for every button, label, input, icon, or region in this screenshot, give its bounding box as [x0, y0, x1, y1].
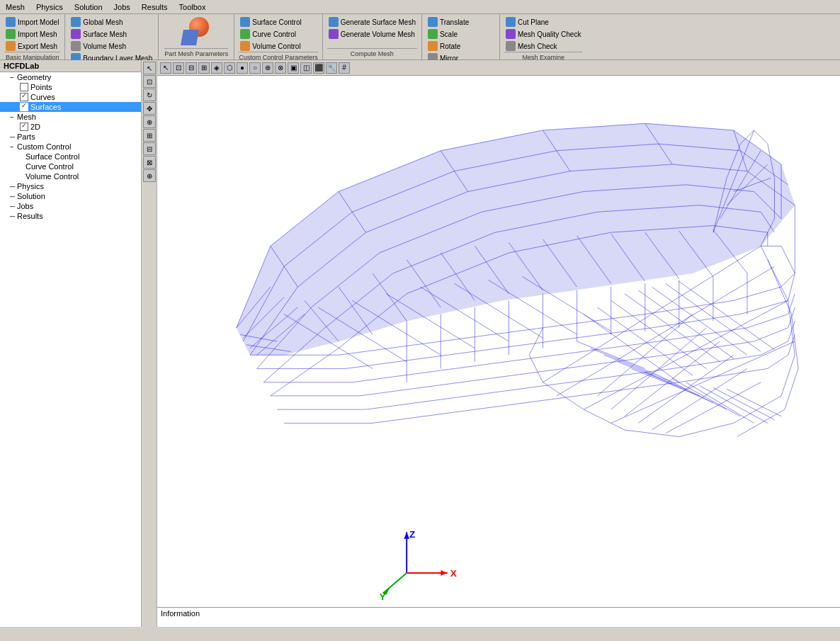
volume-control-button[interactable]: Volume Control	[239, 40, 318, 52]
curves-checkbox[interactable]	[20, 93, 28, 101]
menu-mesh[interactable]: Mesh	[0, 1, 30, 13]
select-tool-button[interactable]: ↖	[143, 62, 156, 74]
tree-surface-control[interactable]: Surface Control	[0, 152, 141, 161]
solution-label: Solution	[17, 192, 45, 200]
vp-icon-10[interactable]: ⊗	[275, 62, 286, 74]
global-mesh-icon	[71, 17, 81, 27]
mesh-expand-icon[interactable]: −	[10, 113, 17, 121]
vp-icon-11[interactable]: ▣	[288, 62, 299, 74]
vp-icon-7[interactable]: ●	[237, 62, 248, 74]
2d-checkbox[interactable]	[20, 123, 28, 131]
curve-control-tree-label: Curve Control	[25, 162, 74, 171]
vp-icon-12[interactable]: ◫	[300, 62, 312, 74]
tree-curves[interactable]: Curves	[0, 92, 141, 102]
fit-button[interactable]: ⊞	[143, 129, 156, 142]
menu-physics[interactable]: Physics	[30, 1, 69, 13]
export-mesh-label: Export Mesh	[18, 42, 57, 50]
jobs-expand-icon[interactable]: ─	[10, 203, 17, 210]
vp-select-icon[interactable]: ↖	[160, 62, 171, 74]
mesh-check-button[interactable]: Mesh Check	[504, 40, 582, 52]
svg-line-59	[638, 290, 734, 358]
tree-geometry[interactable]: − Geometry	[0, 72, 141, 82]
tree-volume-control[interactable]: Volume Control	[0, 171, 141, 181]
vp-icon-8[interactable]: ○	[249, 62, 261, 74]
svg-line-57	[611, 300, 707, 368]
x-axis-label: X	[450, 568, 457, 579]
axis-widget: Z X Y	[380, 529, 457, 602]
physics-expand-icon[interactable]: ─	[10, 183, 17, 191]
menubar: Mesh Physics Solution Jobs Results Toolb…	[0, 0, 840, 14]
rotate-view-button[interactable]: ↻	[143, 89, 156, 101]
results-expand-icon[interactable]: ─	[10, 212, 17, 220]
tree-points[interactable]: Points	[0, 82, 141, 92]
curve-control-button[interactable]: Curve Control	[239, 28, 318, 40]
vp-icon-5[interactable]: ◈	[211, 62, 222, 74]
points-checkbox[interactable]	[20, 83, 28, 91]
menu-jobs[interactable]: Jobs	[108, 1, 136, 13]
part-mesh-icon[interactable]	[182, 17, 210, 45]
scale-button[interactable]: Scale	[426, 28, 495, 40]
svg-line-11	[584, 300, 788, 409]
surfaces-checkbox[interactable]	[20, 103, 28, 111]
export-mesh-button[interactable]: Export Mesh	[4, 40, 60, 52]
vp-icon-14[interactable]: 🔧	[326, 62, 337, 74]
2d-label: 2D	[30, 123, 40, 131]
vp-icon-6[interactable]: ⬡	[224, 62, 235, 74]
toolbar-mesh-examine: Cut Plane Mesh Quality Check Mesh Check …	[500, 14, 586, 59]
svg-line-58	[625, 294, 720, 362]
translate-button[interactable]: Translate	[426, 16, 495, 28]
custom-control-expand-icon[interactable]: −	[10, 143, 17, 151]
tree-physics[interactable]: ─ Physics	[0, 181, 141, 191]
vp-icon-4[interactable]: ⊞	[198, 62, 210, 74]
measure-button[interactable]: ⊟	[143, 142, 156, 155]
tree-mesh[interactable]: − Mesh	[0, 112, 141, 122]
mesh-check-icon	[506, 41, 516, 51]
import-mesh-button[interactable]: Import Mesh	[4, 28, 60, 40]
rotate-button[interactable]: Rotate	[426, 40, 495, 52]
viewport[interactable]: .mesh-line { stroke: #1111ee; stroke-wid…	[157, 76, 840, 607]
vp-icon-15[interactable]: #	[339, 62, 350, 74]
mesh-quality-button[interactable]: Mesh Quality Check	[504, 28, 582, 40]
cut-plane-label: Cut Plane	[518, 18, 549, 26]
tree-parts[interactable]: ─ Parts	[0, 132, 141, 142]
vp-icon-9[interactable]: ⊕	[262, 62, 273, 74]
svg-line-69	[659, 375, 727, 409]
vp-icon-13[interactable]: ⬛	[313, 62, 324, 74]
tree-solution[interactable]: ─ Solution	[0, 191, 141, 201]
tree-custom-control[interactable]: − Custom Control	[0, 142, 141, 152]
parts-expand-icon[interactable]: ─	[10, 133, 17, 141]
tree-curve-control[interactable]: Curve Control	[0, 161, 141, 171]
snap-button[interactable]: ⊕	[143, 169, 156, 182]
menu-toolbox[interactable]: Toolbox	[174, 1, 212, 13]
curve-control-icon	[240, 29, 250, 39]
vp-box-select-icon[interactable]: ⊡	[173, 62, 184, 74]
gen-surface-mesh-button[interactable]: Generate Surface Mesh	[327, 16, 417, 28]
tree-2d[interactable]: 2D	[0, 122, 141, 132]
surface-mesh-button[interactable]: Surface Mesh	[69, 28, 154, 40]
import-model-button[interactable]: Import Model	[4, 16, 60, 28]
volume-control-tree-label: Volume Control	[25, 172, 79, 181]
info-button[interactable]: ⊠	[143, 156, 156, 169]
geometry-expand-icon[interactable]: −	[10, 74, 17, 81]
menu-solution[interactable]: Solution	[69, 1, 108, 13]
tree-jobs[interactable]: ─ Jobs	[0, 201, 141, 211]
tree-results[interactable]: ─ Results	[0, 211, 141, 221]
points-label: Points	[30, 83, 52, 91]
vp-icon-3[interactable]: ⊟	[186, 62, 197, 74]
menu-results[interactable]: Results	[136, 1, 174, 13]
toolbar-custom-control: Surface Control Curve Control Volume Con…	[234, 14, 323, 59]
view-tool-button[interactable]: ⊡	[143, 75, 156, 88]
cut-plane-button[interactable]: Cut Plane	[504, 16, 582, 28]
svg-line-63	[577, 341, 645, 368]
volume-mesh-button[interactable]: Volume Mesh	[69, 40, 154, 52]
toolbar-basic-manipulation: Import Model Import Mesh Export Mesh Bas…	[0, 14, 65, 59]
solution-expand-icon[interactable]: ─	[10, 193, 17, 200]
sidebar: HCFDLab − Geometry Points Curves Surface…	[0, 60, 142, 627]
z-axis-label: Z	[409, 529, 415, 540]
global-mesh-button[interactable]: Global Mesh	[69, 16, 154, 28]
pan-button[interactable]: ✥	[143, 102, 156, 115]
surface-control-button[interactable]: Surface Control	[239, 16, 318, 28]
gen-volume-mesh-button[interactable]: Generate Volume Mesh	[327, 28, 417, 40]
tree-surfaces[interactable]: Surfaces	[0, 102, 141, 112]
zoom-in-button[interactable]: ⊕	[143, 115, 156, 128]
